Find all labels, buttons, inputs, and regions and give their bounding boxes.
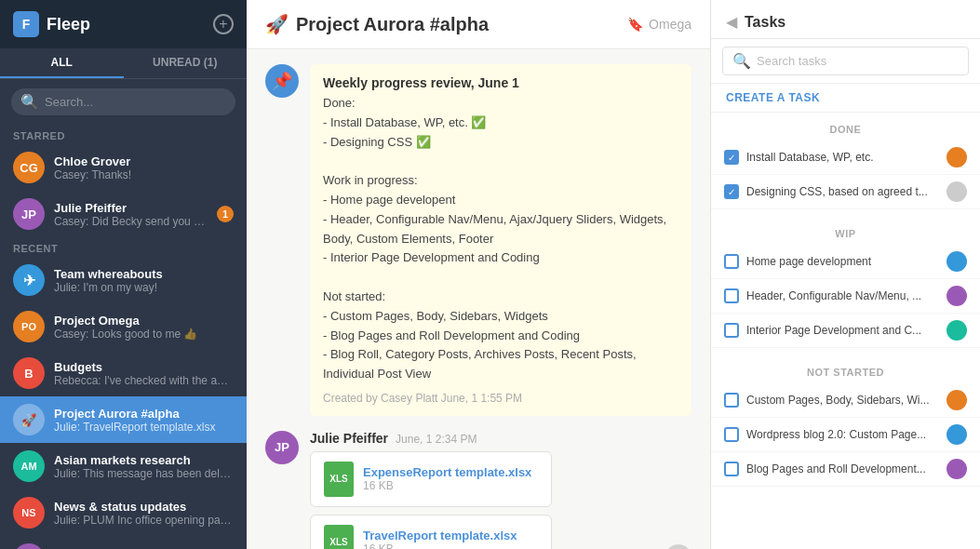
task-label: Blog Pages and Roll Development... [746, 462, 939, 475]
page-title: 🚀 Project Aurora #alpha [265, 13, 489, 35]
sidebar: F Fleep + ALL UNREAD (1) 🔍 STARRED CG Ch… [0, 0, 247, 549]
file-info: ExpenseReport template.xlsx 16 KB [363, 465, 531, 492]
task-checkbox[interactable] [724, 393, 739, 408]
avatar: JP [13, 198, 45, 230]
conv-preview: Rebecca: I've checked with the audi... [54, 374, 234, 387]
avatar: B [13, 357, 45, 389]
message-body: Julie Pfeiffer June, 1 2:34 PM XLS Expen… [310, 431, 654, 549]
tasks-list: DONE Install Database, WP, etc. Designin… [711, 113, 980, 549]
conv-name: Budgets [54, 360, 234, 374]
avatar: ✈ [13, 264, 45, 296]
task-checkbox[interactable] [724, 427, 739, 442]
file-attachment[interactable]: XLS TravelReport template.xlsx 16 KB [310, 515, 552, 549]
task-checkbox[interactable] [724, 254, 739, 269]
task-section-label: WIP [711, 224, 980, 245]
conv-preview: Casey: Looks good to me 👍 [54, 328, 234, 341]
task-section-label: DONE [711, 120, 980, 141]
header-context: Omega [649, 17, 691, 32]
title-text: Project Aurora #alpha [296, 14, 489, 35]
task-assignee-avatar [946, 286, 967, 306]
tab-all[interactable]: ALL [0, 48, 124, 78]
task-section-label: NOT STARTED [711, 363, 980, 383]
file-attachment[interactable]: XLS ExpenseReport template.xlsx 16 KB [310, 451, 552, 507]
task-checkbox[interactable] [724, 184, 739, 199]
task-label: Designing CSS, based on agreed t... [746, 185, 939, 198]
main-chat: 🚀 Project Aurora #alpha 🔖 Omega 📌 Weekly… [247, 0, 710, 549]
conv-info: Julie Pfeiffer Casey: Did Becky send you… [54, 201, 208, 228]
message-body: Weekly progress review, June 1 Done: - I… [310, 64, 691, 416]
task-assignee-avatar [946, 390, 967, 410]
task-item: Home page development [711, 245, 980, 279]
chat-area: 📌 Weekly progress review, June 1 Done: -… [247, 49, 710, 549]
title-emoji: 🚀 [265, 13, 289, 35]
conv-info: Team whereabouts Julie: I'm on my way! [54, 267, 234, 294]
search-box: 🔍 [0, 79, 247, 125]
scroll-down-button[interactable]: ▾ [665, 544, 691, 549]
recent-section-label: RECENT [0, 237, 247, 257]
task-checkbox[interactable] [724, 323, 739, 338]
sidebar-item-team[interactable]: ✈ Team whereabouts Julie: I'm on my way! [0, 257, 247, 303]
conv-info: Chloe Grover Casey: Thanks! [54, 154, 234, 181]
search-icon: 🔍 [20, 93, 39, 111]
message-author: Weekly progress review, June 1 [323, 75, 519, 90]
task-section-wip: WIP Home page development Header, Config… [711, 217, 980, 355]
file-icon: XLS [324, 462, 354, 497]
task-item: Header, Configurable Nav/Menu, ... [711, 279, 980, 314]
tab-unread[interactable]: UNREAD (1) [124, 48, 248, 78]
task-label: Wordpress blog 2.0: Custom Page... [746, 428, 939, 441]
search-input[interactable] [45, 95, 226, 109]
task-item: Interior Page Development and C... [711, 314, 980, 348]
task-section-not-started: NOT STARTED Custom Pages, Body, Sidebars… [711, 355, 980, 494]
create-task-button[interactable]: CREATE A TASK [711, 84, 980, 113]
starred-section-label: STARRED [0, 125, 247, 144]
conv-info: Asian markets research Julie: This messa… [54, 453, 234, 480]
conv-name: News & status updates [54, 500, 234, 514]
task-item: Designing CSS, based on agreed t... [711, 175, 980, 209]
main-header: 🚀 Project Aurora #alpha 🔖 Omega [247, 0, 710, 49]
task-checkbox[interactable] [724, 462, 739, 476]
avatar: 🚀 [13, 404, 45, 435]
task-label: Home page development [746, 255, 939, 268]
task-assignee-avatar [946, 424, 967, 445]
message-text: Done: - Install Database, WP, etc. ✅ - D… [323, 94, 678, 384]
task-checkbox[interactable] [724, 288, 739, 303]
task-checkbox[interactable] [724, 150, 739, 165]
conv-info: News & status updates Julie: PLUM Inc of… [54, 500, 234, 527]
conv-preview: Julie: I'm on my way! [54, 281, 234, 294]
tab-bar: ALL UNREAD (1) [0, 48, 247, 79]
message-footer: Created by Casey Platt June, 1 1:55 PM [323, 392, 678, 405]
message-time: June, 1 2:34 PM [396, 433, 477, 446]
sidebar-item-julie[interactable]: JP Julie Pfeiffer Casey: Did Becky send … [0, 191, 247, 237]
app-name: Fleep [47, 15, 90, 34]
sidebar-item-rebecca[interactable]: RY Rebecca Yu [0, 536, 247, 549]
add-conversation-button[interactable]: + [213, 14, 234, 34]
tasks-collapse-icon[interactable]: ◀ [726, 13, 737, 31]
task-assignee-avatar [946, 181, 967, 202]
conv-name: Project Aurora #alpha [54, 407, 234, 421]
unread-badge: 1 [217, 206, 234, 222]
sidebar-item-aurora[interactable]: 🚀 Project Aurora #alpha Julie: TravelRep… [0, 396, 247, 443]
sidebar-item-asian[interactable]: AM Asian markets research Julie: This me… [0, 443, 247, 489]
task-section-done: DONE Install Database, WP, etc. Designin… [711, 113, 980, 217]
task-item: Wordpress blog 2.0: Custom Page... [711, 418, 980, 452]
sidebar-item-chloe[interactable]: CG Chloe Grover Casey: Thanks! [0, 144, 247, 191]
file-name: ExpenseReport template.xlsx [363, 465, 531, 479]
conv-name: Asian markets research [54, 453, 234, 467]
sidebar-item-news[interactable]: NS News & status updates Julie: PLUM Inc… [0, 489, 247, 536]
task-item: Custom Pages, Body, Sidebars, Wi... [711, 383, 980, 418]
task-assignee-avatar [946, 320, 967, 341]
conv-preview: Julie: This message has been deleted [54, 467, 234, 480]
file-info: TravelReport template.xlsx 16 KB [363, 529, 517, 549]
header-right: 🔖 Omega [627, 17, 691, 32]
sidebar-item-omega[interactable]: PO Project Omega Casey: Looks good to me… [0, 303, 247, 350]
task-item: Blog Pages and Roll Development... [711, 452, 980, 487]
message-header: Julie Pfeiffer June, 1 2:34 PM [310, 431, 654, 446]
tasks-search-input[interactable] [757, 54, 959, 68]
file-name: TravelReport template.xlsx [363, 529, 517, 542]
file-size: 16 KB [363, 542, 517, 549]
bookmark-icon: 🔖 [627, 17, 643, 32]
sidebar-logo: F Fleep [13, 11, 90, 37]
tasks-panel: ◀ Tasks 🔍 CREATE A TASK DONE Install Dat… [710, 0, 980, 549]
message-author: Julie Pfeiffer [310, 431, 388, 446]
sidebar-item-budgets[interactable]: B Budgets Rebecca: I've checked with the… [0, 350, 247, 396]
